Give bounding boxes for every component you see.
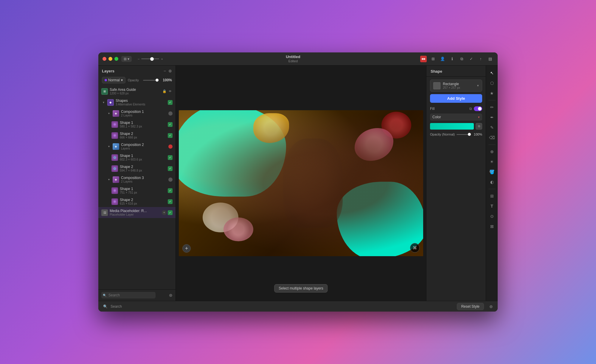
layer-item-comp2-shape1[interactable]: ✿ Shape 1 602.3 × 603.6 px	[98, 152, 176, 163]
search-input[interactable]	[101, 292, 156, 298]
color-swatch-row: ⧉	[430, 123, 482, 130]
add-style-button[interactable]: Add Style	[430, 94, 482, 103]
footer-settings-icon[interactable]: ⊛	[489, 304, 493, 309]
layer-item-comp1[interactable]: ◈ Composition 1 2 Layers	[98, 108, 176, 119]
color-type-label: Color	[432, 115, 441, 119]
layer-item-comp3-shape1[interactable]: ❄ Shape 1 751 × 751 px	[98, 185, 176, 196]
color-swatch-alt[interactable]: ⧉	[476, 123, 482, 130]
toolbar-divider-1	[488, 100, 496, 100]
opacity-value: 100%	[163, 78, 172, 82]
comp3-shape1-info: Shape 1 751 × 751 px	[120, 187, 166, 194]
layer-item-comp2[interactable]: ◈ Composition 2 Layers	[98, 141, 176, 152]
opacity-normal-slider[interactable]	[457, 134, 471, 135]
comp3-shape1-thumb: ❄	[111, 187, 118, 194]
copy-icon[interactable]: ⧉	[458, 56, 465, 62]
comp3-shape2-sub: 615 × 616 px	[120, 202, 166, 205]
comp1-shape1-check	[168, 122, 173, 127]
color-type-arrow: ▾	[478, 115, 480, 119]
fill-copy-icon[interactable]: ⧉	[469, 107, 472, 111]
visibility-icon[interactable]: 👁	[168, 89, 173, 94]
sidebar-chevron: ▾	[128, 57, 129, 61]
gradient-tool-icon[interactable]: ◐	[488, 178, 496, 186]
footer-search-icon: 🔍	[103, 304, 108, 309]
select-tool-icon[interactable]: ↖	[488, 69, 496, 77]
transform-tool-icon[interactable]: ⬡	[488, 79, 496, 88]
blend-mode-label: Normal	[108, 78, 120, 82]
footer-search-label: Search	[111, 304, 122, 309]
grid-layout-icon[interactable]: ⊞	[430, 56, 436, 62]
filter-icon[interactable]: ⊛	[169, 293, 173, 298]
layer-item-comp1-shape1[interactable]: ❄ Shape 1 580.1 × 582.3 px	[98, 119, 176, 130]
comp1-toggle[interactable]	[107, 111, 111, 116]
eyedropper-tool-icon[interactable]: ⊕	[488, 147, 496, 156]
layers-header: Layers − ⊕	[98, 66, 176, 76]
eraser-tool-icon[interactable]: ⌫	[488, 133, 496, 142]
info-icon[interactable]: ℹ	[449, 56, 455, 62]
color-swatch[interactable]	[430, 123, 474, 130]
shape-selector[interactable]: Rectangle 257 × 257 px ▾	[430, 80, 482, 92]
comp1-name: Composition 1	[121, 110, 167, 114]
canvas-area[interactable]: + ⌘ Select multiple shape layers	[176, 66, 426, 301]
layer-item-comp1-shape2[interactable]: ❄ Shape 2 666 × 666 px	[98, 130, 176, 141]
comp2-shape1-sub: 602.3 × 603.6 px	[120, 158, 166, 161]
user-icon[interactable]: 👤	[439, 56, 446, 62]
comp2-thumb: ◈	[113, 143, 119, 150]
layer-item-shapes[interactable]: ◆ Shapes 3 Alternative Elements	[98, 97, 176, 108]
comp1-shape2-thumb: ❄	[111, 132, 118, 139]
layer-item-comp3-shape2[interactable]: ❄ Shape 2 615 × 616 px	[98, 196, 176, 207]
opacity-slider[interactable]	[143, 80, 159, 81]
fill-toggle[interactable]	[474, 106, 482, 111]
media-plus-icon[interactable]: +	[162, 210, 167, 215]
star-tool-icon[interactable]: ★	[488, 89, 496, 98]
comp2-shape2-name: Shape 2	[120, 165, 166, 169]
zoom-minus[interactable]: −	[138, 57, 139, 61]
text-tool-icon[interactable]: T	[488, 202, 496, 211]
crop-tool-icon[interactable]: ⊞	[488, 192, 496, 200]
maximize-button[interactable]	[114, 57, 118, 61]
layers-add-icon[interactable]: ⊕	[168, 69, 172, 73]
color-profile-icon[interactable]	[420, 56, 427, 62]
pencil-tool-icon[interactable]: ✎	[488, 123, 496, 132]
comp3-sub: 2 Layers	[121, 180, 167, 183]
opacity-row-value: 100%	[473, 133, 482, 136]
comp2-shape1-info: Shape 1 602.3 × 603.6 px	[120, 154, 166, 161]
pen-tool-icon[interactable]: ✏	[488, 103, 496, 112]
transform-anchor-icon[interactable]: ⊠	[488, 222, 496, 231]
sidebar-toggle-button[interactable]: ⊞ ▾	[121, 56, 132, 62]
comp1-info: Composition 1 2 Layers	[121, 110, 167, 117]
comp2-toggle[interactable]	[107, 144, 111, 149]
photo-overlay	[179, 110, 423, 256]
zoom-control: − +	[138, 57, 163, 61]
layer-item-media[interactable]: 🖼 Media Placeholder: R... Placeholder La…	[98, 207, 176, 218]
zoom-tool-icon[interactable]: ⊙	[488, 212, 496, 221]
media-check	[168, 210, 173, 215]
shapes-toggle[interactable]	[101, 100, 105, 105]
fill-label: Fill	[430, 107, 434, 111]
brush-tool-icon[interactable]: ✒	[488, 113, 496, 122]
layer-item-comp3[interactable]: ◈ Composition 3 2 Layers	[98, 174, 176, 185]
layers-title: Layers	[102, 69, 114, 73]
canvas-add-button[interactable]: +	[182, 244, 191, 253]
zoom-plus[interactable]: +	[161, 57, 163, 61]
fill-header: Fill ⧉	[430, 106, 482, 111]
close-button[interactable]	[103, 57, 106, 61]
comp1-shape1-sub: 580.1 × 582.3 px	[120, 125, 166, 128]
layer-item-safe-area[interactable]: ⊞ Safe Area Guide 1200 × 628 px 🔒 👁	[98, 86, 176, 97]
color-type-row[interactable]: Color ▾	[430, 113, 482, 121]
sidebar-right-toggle-icon[interactable]: ▤	[487, 56, 493, 62]
layer-item-comp2-shape2[interactable]: ✿ Shape 2 594.7 × 648.8 px	[98, 163, 176, 174]
comp3-toggle[interactable]	[107, 178, 111, 182]
opacity-label: Opacity	[128, 78, 139, 82]
reset-style-button[interactable]: Reset Style	[457, 303, 484, 310]
title-bar-center: Untitled Edited	[168, 55, 418, 63]
shape-panel-title: Shape	[431, 69, 442, 74]
lock-icon: 🔒	[162, 89, 167, 93]
blend-mode-select[interactable]: Normal ▾	[102, 77, 125, 83]
sun-adjust-icon[interactable]: ☀	[488, 157, 496, 166]
layers-minus-icon[interactable]: −	[164, 69, 166, 73]
zoom-slider[interactable]	[141, 58, 159, 59]
paint-bucket-icon[interactable]: 🪣	[488, 167, 496, 176]
minimize-button[interactable]	[108, 57, 112, 61]
check-circle-icon[interactable]: ✓	[468, 56, 474, 62]
share-icon[interactable]: ↑	[477, 56, 484, 62]
